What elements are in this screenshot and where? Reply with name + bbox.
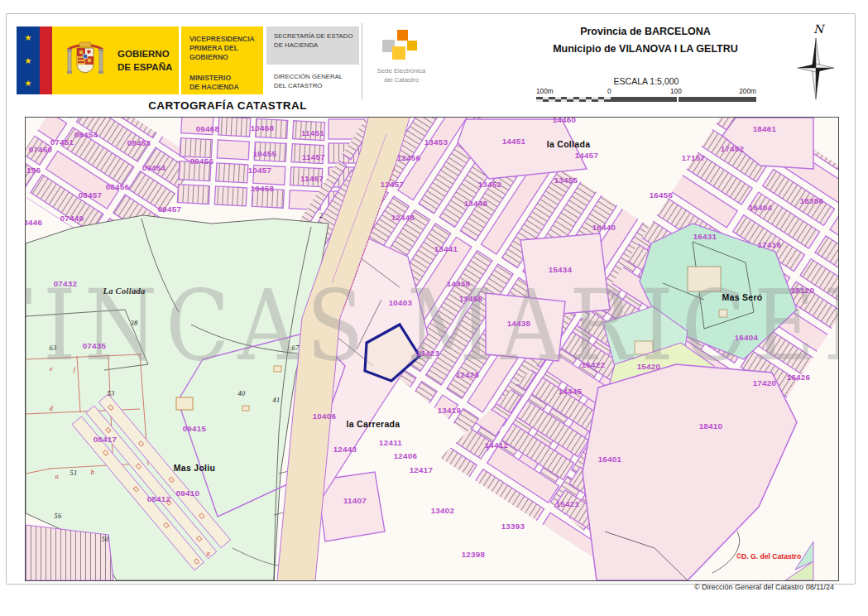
parcel-number-label: 14438 [447, 279, 471, 288]
flag-stars-strip-icon: ★ ★ ★ [17, 26, 40, 94]
terrain-number-label: 53 [108, 390, 115, 397]
parcel-number-label: 13453 [424, 137, 448, 147]
parcel-number-label: 08417 [94, 435, 117, 444]
parcel-number-label: 10457 [248, 166, 272, 175]
cadastral-map: FINCAS MARICEL07450074510845408453094681… [25, 117, 839, 581]
watermark: FINCAS MARICEL [26, 268, 838, 383]
parcel-number-label: 15420 [637, 362, 661, 371]
parcel-number-label: 08453 [127, 138, 151, 147]
province-municipality-title: Provincia de BARCELONA Municipio de VILA… [520, 23, 771, 57]
sede-electronica-logo: Sede Electrónica del Catastro [366, 30, 437, 84]
scale-tick: 100m [536, 87, 554, 95]
parcel-number-label: 16426 [787, 373, 811, 382]
parcel-number-label: 10455 [253, 149, 277, 158]
cadastral-sheet: { "header": { "gov_line1": "GOBIERNO", "… [0, 0, 868, 616]
parcel-number-label: 15434 [549, 265, 573, 274]
place-name-label: Mas Seró [722, 292, 762, 302]
parcel-number-label: 07432 [54, 279, 78, 288]
parcel-number-label: 13423 [416, 349, 440, 358]
star-icon: ★ [25, 33, 32, 42]
parcel-number-label: 09457 [158, 205, 182, 214]
terrain-number-label: 51 [70, 469, 78, 477]
parcel-number-label: 14451 [502, 137, 526, 146]
terrain-number-label: 2 [319, 212, 324, 219]
svg-text:N: N [813, 22, 826, 36]
direccion-label: DIRECCIÓN GENERAL DEL CATASTRO [274, 73, 343, 91]
place-name-label: la Collada [547, 139, 591, 149]
coat-of-arms-icon [65, 39, 106, 82]
parcel-number-label: 08457 [79, 190, 103, 200]
parcel-number-label: 16401 [598, 455, 622, 464]
scale-bar-solid [611, 97, 756, 102]
yellow-square-icon [392, 46, 405, 60]
place-name-label: La Collada [102, 286, 145, 296]
parcel-number-label: 09456 [190, 156, 214, 166]
parcel-number-label: 17452 [721, 144, 745, 153]
parcel-number-label: 08446 [26, 218, 43, 227]
parcel-number-label: 08456 [106, 182, 130, 191]
parcel-number-label: 11457 [302, 152, 325, 161]
parcel-number-label: 14457 [575, 151, 599, 160]
subparcel-letter-label: e [50, 365, 53, 373]
parcel-number-label: 18120 [791, 286, 815, 295]
parcel-number-label: 18461 [753, 124, 777, 133]
document-title: CARTOGRAFÍA CATASTRAL [91, 99, 364, 112]
parcel-number-label: 16431 [693, 232, 717, 241]
terrain-number-label: 67 [292, 344, 300, 352]
parcel-number-label: 10403 [389, 298, 413, 307]
parcel-number-label: 14438 [507, 319, 531, 328]
parcel-number-label: 07449 [60, 214, 84, 223]
parcel-number-label: 07450 [29, 145, 53, 154]
subparcel-letter-label: a [55, 473, 59, 480]
parcel-number-label: 10458 [251, 184, 275, 193]
scale-tick-labels: 100m 0 100 200m [536, 87, 756, 96]
parcel-number-label: 12456 [397, 153, 421, 162]
parcel-number-label: 10468 [251, 123, 275, 132]
parcel-number-label: 13448 [464, 199, 488, 208]
yellow-square-icon [407, 41, 417, 51]
parcel-number-label: 17157 [682, 153, 706, 162]
scale-tick: 200m [739, 87, 756, 95]
subparcel-letter-label: a [207, 550, 210, 557]
parcel-number-label: 14445 [559, 387, 583, 396]
parcel-number-label: 08454 [74, 130, 98, 139]
parcel-number-label: 13452 [478, 180, 502, 189]
parcel-number-label: 09410 [176, 488, 200, 498]
parcel-number-label: 12428 [456, 370, 480, 379]
parcel-number-label: 16456 [650, 190, 674, 200]
parcel-number-label: 09415 [183, 424, 207, 433]
place-name-label: Mas Joliu [174, 463, 216, 473]
parcel-number-label: 12417 [410, 465, 434, 474]
parcel-number-label: 11451 [301, 128, 324, 137]
scale-bar-checker [536, 97, 611, 102]
terrain-number-label: 50 [102, 536, 109, 543]
parcel-number-label: 12448 [391, 213, 415, 222]
map-credit-label: ©D. G. del Catastro [736, 552, 801, 561]
parcel-number-label: 09454 [142, 163, 166, 172]
parcel-number-label: 07435 [83, 341, 107, 350]
star-icon: ★ [25, 56, 32, 65]
parcel-number-label: 12443 [333, 445, 357, 454]
gobierno-espana-label: GOBIERNO DE ESPAÑA [117, 48, 172, 74]
sede-squares-icon [381, 30, 422, 65]
province-label: Provincia de BARCELONA [520, 23, 771, 41]
scale-tick: 0 [607, 87, 611, 95]
parcel-number-label: 16404 [735, 333, 759, 342]
parcel-number-label: 15421 [556, 499, 580, 508]
divider [179, 26, 181, 94]
parcel-number-label: 12411 [379, 438, 402, 447]
parcel-number-label: 16404 [749, 203, 773, 212]
parcel-number-label: 07451 [50, 137, 74, 147]
parcel-number-label: 12457 [381, 180, 405, 189]
terrain-number-label: 41 [273, 397, 281, 404]
sede-label: Sede Electrónica del Catastro [366, 67, 437, 84]
scale-bar: ESCALA 1:5,000 100m 0 100 200m [536, 76, 756, 102]
parcel-number-label: 16440 [592, 223, 616, 232]
terrain-number-label: 56 [55, 513, 62, 520]
subparcel-letter-label: d [50, 405, 54, 412]
parcel-number-label: 12406 [394, 451, 418, 460]
parcel-number-label: 11407 [343, 496, 367, 505]
copyright-line: © Dirección General del Catastro 08/11/2… [694, 583, 834, 591]
secretaria-box: SECRETARÍA DE ESTADO DE HACIENDA [266, 26, 359, 65]
parcel-number-label: 18410 [699, 421, 723, 431]
